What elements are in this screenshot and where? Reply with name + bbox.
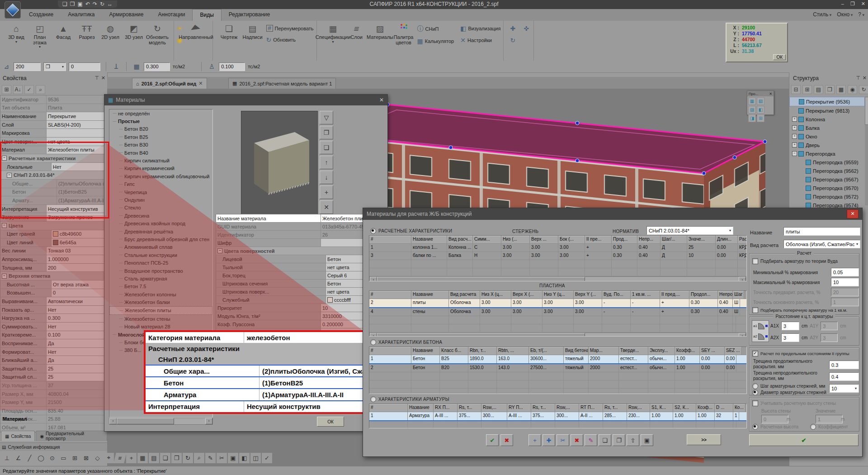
delete-icon[interactable]: ✖ (571, 434, 583, 446)
property-row[interactable]: −Размер X, мм 40800.04 (0, 390, 105, 399)
window-icon[interactable]: ◫ (250, 453, 261, 463)
menu-item[interactable]: Окно (837, 11, 853, 18)
column-header[interactable]: Класс б... (440, 347, 468, 355)
column-header[interactable]: Непр... (637, 236, 660, 243)
column-header[interactable]: Rs, т... (458, 404, 481, 412)
column-header[interactable]: Вуд. По... (602, 291, 631, 299)
normativ-combo[interactable]: СНиП 2.03.01-84*▾ (646, 226, 733, 235)
sheet-icon[interactable]: ▤ (149, 453, 159, 463)
close-icon[interactable]: ✕ (863, 75, 867, 81)
redo-icon[interactable]: ↷ (93, 1, 97, 7)
structure-tree-item[interactable]: + Балка (789, 124, 865, 132)
tree-scrollbar[interactable]: ‹› (109, 418, 213, 425)
property-row[interactable]: −Бок,торец Серый 6 (216, 271, 385, 280)
property-row[interactable]: −Штриховка поверх... нет цвета (216, 288, 385, 296)
tree-expand-icon[interactable]: ⊞ (802, 85, 812, 94)
property-row[interactable]: −Усp.толщина ... 37 (0, 381, 105, 390)
property-row[interactable]: −Возвышен... 0 (0, 289, 105, 298)
column-header[interactable]: Название (408, 404, 434, 412)
material-tree-item[interactable]: Черепица (109, 188, 212, 196)
new-file-icon[interactable]: ❏ (62, 1, 67, 7)
panel-tab[interactable]: ◉ Предварительный просмотр (36, 431, 107, 441)
column-header[interactable]: Название (411, 291, 449, 299)
expand-icon[interactable]: + (792, 117, 797, 122)
column-header[interactable]: RX П... (434, 404, 458, 412)
structure-tree-item[interactable]: + Дверь (789, 141, 865, 149)
column-header[interactable]: Коэфф... (675, 347, 700, 355)
node-snap-icon[interactable]: ⊠ (81, 453, 91, 463)
property-row[interactable]: −Интерпретация Несущий конструктив (0, 205, 105, 214)
box-icon[interactable]: ▦ (836, 85, 846, 94)
view-pan-icon[interactable]: ▧ (757, 97, 764, 105)
collapse-icon[interactable]: − (2, 274, 7, 279)
property-row[interactable]: −Показать ар... Нет (0, 306, 105, 314)
column-header[interactable]: Низ (... (501, 236, 530, 243)
check-icon[interactable]: ✓ (262, 453, 272, 463)
column-header[interactable]: II пред.... (660, 291, 689, 299)
table-row[interactable]: 1колонна 1...Колонна ...С3.003.003.00+0.… (369, 244, 746, 252)
apply-icon[interactable]: ✔ (486, 434, 499, 446)
refresh-icon[interactable]: ↻ (183, 453, 193, 463)
ribbon-button[interactable]: ⓘ СНиП (417, 25, 454, 33)
property-row[interactable]: −Материал Железобетон плиты (0, 146, 105, 155)
view-tab[interactable]: ⌂ 2016_2.spf:Общий вид ✕ (132, 78, 207, 89)
column-header[interactable]: Прод... (612, 236, 637, 243)
material-tree-item[interactable]: Железобетон балки (109, 298, 212, 306)
expand-icon[interactable]: + (792, 134, 797, 139)
material-tree-item[interactable]: Деревянная решётка (109, 228, 212, 235)
column-header[interactable]: Eb, т/(... (529, 347, 564, 355)
column-header[interactable]: Симм... (473, 236, 501, 243)
property-row[interactable]: −Тип объекта Плита (0, 104, 105, 113)
material-tree-item[interactable]: Железобетон стены (109, 315, 212, 323)
view-zoom-icon[interactable]: ▨ (748, 106, 756, 114)
close-tab-icon[interactable]: ✕ (198, 81, 203, 86)
ribbon-tab[interactable]: Армирование (102, 9, 151, 21)
column-header[interactable]: Верх X (... (511, 291, 542, 299)
sync-icon[interactable]: ↻ (100, 1, 104, 7)
table-scrollbar[interactable]: ‹› (369, 332, 746, 337)
structure-tree-item[interactable]: Перегородка (9570) (789, 184, 865, 192)
close-icon[interactable]: ✕ (379, 97, 384, 103)
center-snap-icon[interactable]: ⊙ (47, 453, 57, 463)
ribbon-button[interactable]: ▦ Спецификации ▾ (321, 22, 345, 45)
docs-icon[interactable]: ❐ (171, 453, 182, 463)
table-row[interactable] (369, 316, 746, 324)
column-header[interactable]: RY П... (507, 404, 531, 412)
property-row[interactable]: −Название материала Железобетон плиты (216, 214, 385, 223)
property-row[interactable]: −Ближайший а... Да (0, 356, 105, 365)
search-icon[interactable]: ⌕ (36, 85, 45, 94)
column-header[interactable]: Продол... (689, 291, 718, 299)
material-tree-item[interactable]: не определён (109, 109, 212, 117)
sun-icon[interactable]: ☀ (177, 25, 183, 32)
property-row[interactable]: −Локальные Нет (0, 163, 105, 171)
property-row[interactable]: −Коэф. Пуассона 0.200000 (216, 320, 385, 328)
view-right-icon[interactable]: ◨ (748, 114, 756, 122)
measure-icon[interactable]: ↔ (107, 1, 113, 7)
expand-icon[interactable]: − (792, 151, 797, 156)
column-header[interactable]: Rsw,... (627, 404, 650, 412)
step-radio[interactable] (752, 383, 758, 389)
rect-icon[interactable]: ▭ (58, 453, 69, 463)
ribbon-button[interactable]: ▲ Фасад ▾ (52, 22, 75, 49)
close-icon[interactable]: ✕ (769, 92, 772, 96)
property-row[interactable]: −Выравнивани... Автоматически (0, 297, 105, 306)
radio-calc-characteristics[interactable]: РАСЧЕТНЫЕ ХАРАКТЕРИСТИКИ (370, 228, 452, 234)
ribbon-tab[interactable]: Виды (192, 9, 221, 21)
column-header[interactable]: # (369, 404, 408, 412)
diameter-radio[interactable] (752, 390, 758, 395)
property-row[interactable]: −GUID материала 013a945a-6770-45ec-9780-… (216, 223, 385, 231)
close-icon[interactable]: ✕ (101, 75, 105, 81)
property-row[interactable]: −Высотная ... От верха этажа (0, 280, 105, 289)
column-header[interactable]: Низ X (ц... (480, 291, 511, 299)
ribbon-button[interactable]: ▨ Материалы ▾ (368, 22, 392, 45)
max-percent-input[interactable]: 10 (831, 278, 859, 286)
column-header[interactable]: II пре... (585, 236, 612, 243)
column-header[interactable]: Бок (... (558, 236, 585, 243)
table-row[interactable]: 2плитыОболочка3.003.003.003.00--+0.300.4… (369, 299, 746, 308)
ribbon-button[interactable]: ✚ (510, 25, 517, 32)
material-tree-item[interactable]: Железобетон плиты (109, 306, 212, 315)
shape-combo[interactable]: ❐▾ (43, 62, 66, 71)
table-row[interactable] (369, 389, 746, 394)
table-row[interactable] (369, 372, 746, 380)
column-header[interactable]: Вид расч... (447, 236, 473, 243)
